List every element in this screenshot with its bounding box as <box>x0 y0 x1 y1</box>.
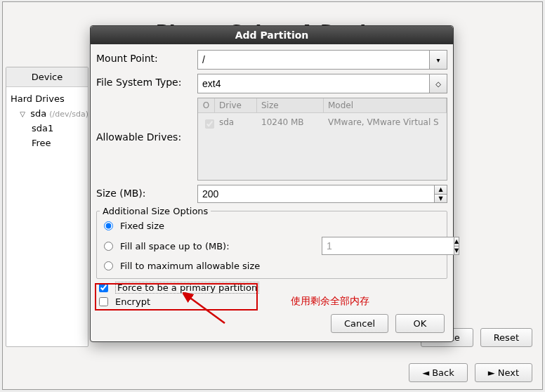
annotation-text: 使用剩余全部内存 <box>291 295 369 308</box>
drive-row-model: VMware, VMware Virtual S <box>324 116 447 132</box>
mount-point-dropdown-button[interactable]: ▾ <box>429 50 447 70</box>
checkbox-primary-partition-label: Force to be a primary partition <box>115 282 259 294</box>
drive-row-sda[interactable]: sda 10240 MB VMware, VMware Virtual S <box>198 113 447 135</box>
radio-fill-max-label: Fill to maximum allowable size <box>120 261 260 271</box>
additional-size-options-group: Additional Size Options Fixed size Fill … <box>96 206 447 279</box>
drives-header-size[interactable]: Size <box>257 98 324 112</box>
drives-header-drive[interactable]: Drive <box>215 98 257 112</box>
mount-point-input[interactable] <box>197 50 429 70</box>
checkbox-encrypt[interactable] <box>99 297 108 306</box>
reset-button[interactable]: Reset <box>480 328 532 347</box>
size-input[interactable] <box>197 185 435 203</box>
drive-row-size: 10240 MB <box>257 116 324 132</box>
chevron-down-icon[interactable]: ▽ <box>19 110 26 118</box>
add-partition-dialog: Add Partition Mount Point: ▾ File System… <box>90 25 454 342</box>
tree-disk-path: (/dev/sda) <box>49 110 88 119</box>
back-button-label: Back <box>432 367 454 378</box>
drives-header-row: O Drive Size Model <box>198 98 447 113</box>
additional-size-legend: Additional Size Options <box>100 206 211 216</box>
allowable-drives-label: Allowable Drives: <box>92 96 197 147</box>
device-tree-header: Device <box>6 67 88 87</box>
fs-type-label: File System Type: <box>92 72 197 92</box>
tree-disk-label: sda <box>30 108 46 119</box>
fs-type-dropdown-button[interactable]: ◇ <box>429 74 447 93</box>
tree-section-hard-drives[interactable]: Hard Drives <box>9 91 85 106</box>
back-button[interactable]: ◄ Back <box>409 363 468 382</box>
tree-partition-free[interactable]: Free <box>9 136 85 150</box>
chevron-down-icon: ▾ <box>436 56 440 64</box>
drive-row-checkbox <box>205 119 214 129</box>
drives-header-model[interactable]: Model <box>324 98 447 112</box>
dialog-title: Add Partition <box>91 26 453 44</box>
fs-type-input[interactable] <box>197 74 429 93</box>
size-label: Size (MB): <box>92 183 197 203</box>
device-tree[interactable]: Hard Drives ▽ sda (/dev/sda) sda1 Free <box>6 87 88 155</box>
drive-row-name: sda <box>215 116 257 132</box>
fill-up-to-input <box>322 237 454 255</box>
cancel-button[interactable]: Cancel <box>331 314 388 333</box>
radio-fill-up-to-label: Fill all space up to (MB): <box>120 241 230 251</box>
radio-fixed-size-label: Fixed size <box>120 221 164 231</box>
device-tree-panel: Device Hard Drives ▽ sda (/dev/sda) sda1… <box>6 67 88 347</box>
radio-fixed-size[interactable] <box>104 221 113 230</box>
updown-icon: ◇ <box>435 80 441 88</box>
radio-fill-up-to[interactable] <box>104 242 113 251</box>
wizard-nav: ◄ Back ► Next <box>409 363 532 382</box>
drives-header-check[interactable]: O <box>198 98 215 112</box>
allowable-drives-list[interactable]: O Drive Size Model sda 10240 MB VMware, … <box>197 98 447 181</box>
mount-point-label: Mount Point: <box>92 48 197 68</box>
size-spin-up[interactable]: ▲ <box>435 185 447 194</box>
fill-spin-up: ▲ <box>454 237 459 246</box>
checkbox-primary-partition[interactable] <box>99 283 108 292</box>
next-button-label: Next <box>498 367 519 378</box>
checkbox-encrypt-label: Encrypt <box>115 296 150 307</box>
ok-button[interactable]: OK <box>395 314 445 333</box>
arrow-left-icon: ◄ <box>422 367 429 378</box>
radio-fill-max[interactable] <box>104 261 113 270</box>
arrow-right-icon: ► <box>488 367 495 378</box>
size-spin-down[interactable]: ▼ <box>435 194 447 204</box>
tree-partition-sda1[interactable]: sda1 <box>9 121 85 136</box>
fill-spin-down: ▼ <box>454 246 459 256</box>
next-button[interactable]: ► Next <box>475 363 532 382</box>
tree-disk-sda[interactable]: ▽ sda (/dev/sda) <box>9 106 85 121</box>
